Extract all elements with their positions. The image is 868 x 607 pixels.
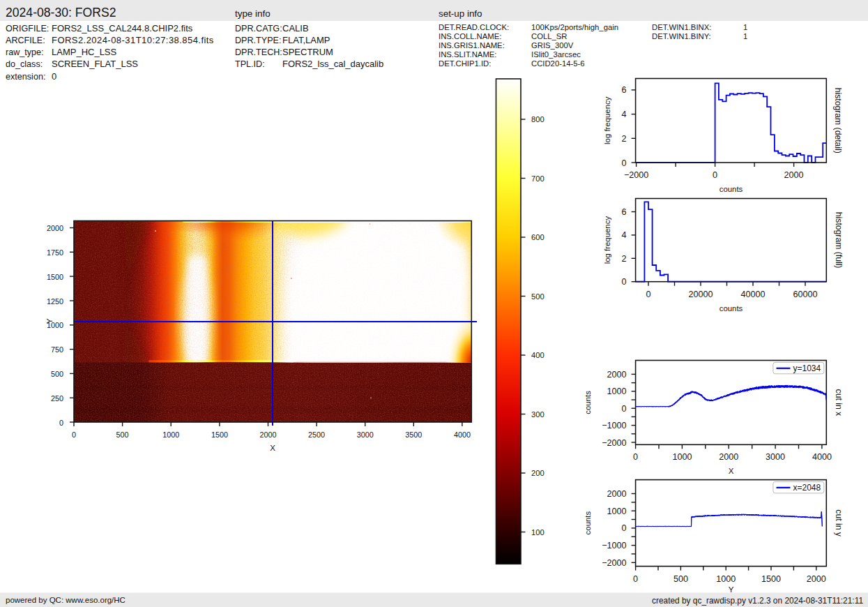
- svg-text:raw_type:: raw_type:: [6, 47, 44, 57]
- svg-text:−1000: −1000: [602, 421, 626, 430]
- svg-text:1000: 1000: [716, 574, 736, 584]
- svg-text:log frequency: log frequency: [603, 216, 611, 264]
- svg-text:DPR.TYPE:: DPR.TYPE:: [235, 36, 281, 45]
- svg-text:60000: 60000: [793, 290, 817, 299]
- svg-text:2000: 2000: [807, 574, 826, 584]
- svg-text:counts: counts: [584, 391, 592, 414]
- svg-text:LAMP_HC_LSS: LAMP_HC_LSS: [52, 47, 117, 57]
- svg-text:−2000: −2000: [602, 438, 626, 448]
- svg-text:3500: 3500: [405, 430, 422, 439]
- svg-text:DPR.TECH:: DPR.TECH:: [235, 47, 282, 57]
- svg-text:800: 800: [531, 115, 545, 123]
- svg-text:0: 0: [72, 430, 76, 439]
- svg-text:FORS2_LSS_CAL244.8.CHIP2.fits: FORS2_LSS_CAL244.8.CHIP2.fits: [52, 23, 193, 33]
- svg-text:ISlit0_3arcsec: ISlit0_3arcsec: [531, 50, 581, 59]
- svg-text:ARCFILE:: ARCFILE:: [6, 36, 45, 45]
- svg-text:1000: 1000: [162, 430, 179, 439]
- svg-text:0: 0: [622, 404, 627, 414]
- svg-text:1: 1: [743, 32, 747, 40]
- svg-text:FORS2_lss_cal_daycalib: FORS2_lss_cal_daycalib: [282, 59, 383, 69]
- svg-text:extension:: extension:: [6, 72, 45, 82]
- svg-text:counts: counts: [584, 511, 592, 535]
- svg-text:2000: 2000: [784, 170, 804, 180]
- svg-text:4000: 4000: [454, 430, 471, 439]
- svg-text:1: 1: [743, 23, 747, 31]
- svg-text:2: 2: [622, 254, 627, 264]
- svg-text:0: 0: [622, 158, 627, 168]
- svg-text:4000: 4000: [812, 452, 832, 462]
- svg-text:histogram (detail): histogram (detail): [833, 88, 843, 153]
- svg-text:X: X: [729, 467, 734, 475]
- svg-text:COLL_SR: COLL_SR: [531, 32, 568, 40]
- svg-text:4: 4: [622, 230, 627, 240]
- svg-text:0: 0: [713, 170, 717, 180]
- svg-text:100: 100: [531, 528, 545, 537]
- svg-text:6: 6: [622, 85, 627, 95]
- svg-text:DET.WIN1.BINY:: DET.WIN1.BINY:: [652, 32, 711, 40]
- svg-text:−2000: −2000: [602, 558, 626, 568]
- svg-text:powered by QC: www.eso.org/HC: powered by QC: www.eso.org/HC: [6, 596, 125, 604]
- svg-text:40000: 40000: [740, 290, 765, 299]
- svg-text:ORIGFILE:: ORIGFILE:: [6, 24, 49, 33]
- svg-text:500: 500: [51, 370, 63, 378]
- svg-text:log frequency: log frequency: [603, 96, 611, 144]
- svg-text:GRIS_300V: GRIS_300V: [531, 41, 574, 50]
- svg-text:y=1034: y=1034: [793, 364, 821, 373]
- svg-text:do_class:: do_class:: [6, 59, 43, 69]
- svg-text:2000: 2000: [259, 430, 276, 439]
- svg-text:600: 600: [531, 233, 545, 241]
- svg-text:2: 2: [622, 134, 627, 144]
- svg-text:0: 0: [52, 71, 56, 82]
- svg-text:4: 4: [622, 110, 627, 119]
- svg-text:0: 0: [622, 277, 627, 287]
- svg-text:6: 6: [622, 207, 627, 217]
- svg-text:0: 0: [622, 523, 627, 533]
- svg-text:DET.WIN1.BINX:: DET.WIN1.BINX:: [652, 23, 711, 31]
- svg-text:Y: Y: [729, 585, 734, 594]
- svg-text:−2000: −2000: [624, 170, 648, 180]
- svg-text:DET.CHIP1.ID:: DET.CHIP1.ID:: [439, 59, 491, 68]
- svg-text:500: 500: [116, 430, 129, 439]
- svg-text:CALIB: CALIB: [282, 23, 309, 33]
- svg-text:400: 400: [531, 351, 545, 359]
- svg-text:cut in y: cut in y: [834, 509, 844, 537]
- svg-text:0: 0: [633, 452, 638, 462]
- svg-text:1500: 1500: [761, 574, 781, 584]
- svg-text:created by qc_rawdisp.py v1.2.: created by qc_rawdisp.py v1.2.3 on 2024-…: [652, 596, 863, 606]
- svg-text:20000: 20000: [688, 290, 713, 299]
- svg-text:X: X: [270, 444, 275, 452]
- svg-text:2000: 2000: [719, 452, 738, 462]
- svg-text:TPL.ID:: TPL.ID:: [235, 59, 265, 69]
- svg-text:2500: 2500: [308, 430, 325, 439]
- svg-text:CCID20-14-5-6: CCID20-14-5-6: [531, 59, 585, 68]
- svg-text:3000: 3000: [766, 452, 785, 462]
- svg-text:counts: counts: [719, 185, 743, 193]
- svg-text:histogram (full): histogram (full): [834, 212, 844, 269]
- svg-text:2024-08-30: FORS2: 2024-08-30: FORS2: [6, 6, 116, 20]
- svg-text:FORS2.2024-08-31T10:27:38.854.: FORS2.2024-08-31T10:27:38.854.fits: [52, 35, 214, 45]
- svg-text:−1000: −1000: [602, 541, 626, 550]
- svg-text:200: 200: [531, 469, 545, 477]
- svg-text:1000: 1000: [672, 452, 692, 462]
- svg-text:x=2048: x=2048: [793, 483, 821, 493]
- svg-text:1750: 1750: [47, 248, 63, 257]
- svg-text:INS.GRIS1.NAME:: INS.GRIS1.NAME:: [439, 41, 505, 50]
- svg-text:0: 0: [633, 574, 638, 584]
- svg-text:Y: Y: [45, 318, 54, 324]
- svg-text:0: 0: [646, 290, 650, 299]
- svg-text:INS.COLL.NAME:: INS.COLL.NAME:: [439, 32, 501, 40]
- svg-text:2000: 2000: [607, 370, 627, 380]
- svg-text:set-up info: set-up info: [439, 8, 482, 19]
- svg-text:750: 750: [51, 345, 63, 354]
- svg-text:0: 0: [59, 419, 63, 427]
- svg-text:2000: 2000: [607, 489, 627, 499]
- svg-text:500: 500: [673, 574, 688, 584]
- svg-text:type info: type info: [235, 8, 271, 19]
- svg-text:300: 300: [531, 410, 545, 419]
- svg-text:DET.READ.CLOCK:: DET.READ.CLOCK:: [439, 23, 509, 31]
- svg-text:500: 500: [531, 292, 545, 301]
- svg-text:FLAT,LAMP: FLAT,LAMP: [282, 35, 330, 45]
- svg-text:3000: 3000: [357, 430, 374, 439]
- svg-text:250: 250: [51, 394, 63, 403]
- svg-text:DPR.CATG:: DPR.CATG:: [235, 24, 282, 33]
